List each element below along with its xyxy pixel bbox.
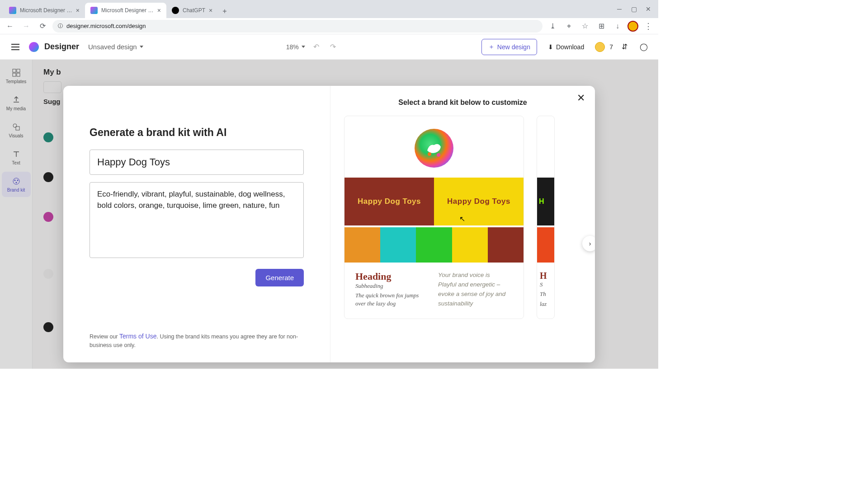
bookmark-icon[interactable]: ☆ (579, 20, 591, 33)
undo-button[interactable]: ↶ (311, 42, 322, 51)
new-design-button[interactable]: ＋ New design (481, 39, 537, 55)
palette-swatch[interactable] (380, 227, 416, 263)
translate-icon[interactable]: ⌖ (562, 20, 575, 33)
url-text: designer.microsoft.com/design (66, 23, 146, 29)
kit-body-sample: The quick brown fox jumps over the lazy … (355, 291, 430, 308)
profile-avatar[interactable] (627, 21, 638, 32)
close-window-icon[interactable]: ✕ (642, 5, 655, 14)
brand-voice-block: Your brand voice is Playful and energeti… (438, 271, 513, 309)
tab-title: ChatGPT (183, 7, 205, 14)
svg-point-11 (437, 153, 440, 157)
brand-kit-modal: ✕ Generate a brand kit with AI Eco-frien… (63, 86, 595, 362)
browser-tab[interactable]: ChatGPT × (166, 3, 218, 18)
brand-kit-card[interactable]: Happy Dog Toys Happy Dog Toys (344, 116, 524, 319)
address-bar[interactable]: ⓘ designer.microsoft.com/design (52, 20, 542, 33)
minimize-icon[interactable]: ─ (613, 5, 626, 14)
share-icon[interactable]: ⇵ (618, 40, 632, 54)
credits-count: 7 (609, 43, 613, 51)
terms-text: Review our Terms of Use. Using the brand… (90, 332, 304, 350)
site-info-icon[interactable]: ⓘ (58, 23, 63, 29)
palette-swatch[interactable] (452, 227, 488, 263)
tab-favicon (90, 7, 98, 14)
back-icon[interactable]: ← (4, 20, 16, 33)
design-name-dropdown[interactable]: Unsaved design (88, 43, 143, 51)
brand-logo (415, 129, 453, 168)
tab-title: Microsoft Designer - Stunning (20, 7, 72, 14)
close-icon[interactable]: × (157, 7, 161, 14)
install-icon[interactable]: ⤓ (546, 20, 559, 33)
account-icon[interactable]: ◯ (637, 40, 651, 54)
palette-peek (537, 227, 554, 263)
next-kit-button[interactable]: › (582, 236, 595, 251)
browser-tab-active[interactable]: Microsoft Designer - Stunning × (85, 3, 166, 18)
tab-favicon (172, 7, 179, 14)
forward-icon: → (20, 20, 33, 33)
palette-swatch[interactable] (344, 227, 380, 263)
designer-logo-icon (29, 42, 39, 52)
brand-tile-light: Happy Dog Toys (434, 178, 524, 225)
menu-icon[interactable]: ⋮ (642, 20, 655, 33)
terms-link[interactable]: Terms of Use (119, 333, 156, 340)
credits-badge[interactable] (595, 42, 605, 52)
svg-point-10 (428, 152, 431, 156)
app-name: Designer (44, 42, 79, 52)
chevron-down-icon (140, 46, 143, 48)
right-heading: Select a brand kit below to customize (344, 99, 581, 107)
close-icon[interactable]: × (209, 7, 212, 14)
menu-button[interactable] (7, 39, 24, 55)
brand-tile-dark: Happy Dog Toys (344, 178, 434, 225)
generate-button[interactable]: Generate (255, 269, 304, 286)
new-tab-button[interactable]: + (218, 5, 231, 18)
color-palette (344, 227, 524, 263)
brand-tile-peek: H (537, 178, 554, 225)
modal-heading: Generate a brand kit with AI (90, 127, 304, 139)
brand-description-input[interactable]: Eco-friendly, vibrant, playful, sustaina… (90, 182, 304, 258)
brand-kit-card-next[interactable]: H H S Th laz (537, 116, 555, 319)
redo-button[interactable]: ↷ (327, 42, 339, 51)
tab-favicon (9, 7, 16, 14)
downloads-icon[interactable]: ↓ (611, 20, 624, 33)
close-icon[interactable]: × (76, 7, 80, 14)
palette-swatch[interactable] (416, 227, 452, 263)
chevron-down-icon (302, 46, 305, 48)
download-button[interactable]: ⬇ Download (542, 40, 590, 54)
plus-icon: ＋ (488, 43, 495, 51)
modal-overlay: ✕ Generate a brand kit with AI Eco-frien… (0, 60, 658, 369)
maximize-icon[interactable]: ▢ (627, 5, 640, 14)
kit-subheading-sample: Subheading (355, 282, 430, 290)
kit-heading-sample: Heading (355, 271, 430, 282)
download-icon: ⬇ (548, 43, 553, 51)
extensions-icon[interactable]: ⊞ (595, 20, 608, 33)
browser-tab[interactable]: Microsoft Designer - Stunning × (4, 3, 85, 18)
brand-name-input[interactable] (90, 150, 304, 175)
tab-title: Microsoft Designer - Stunning (101, 7, 154, 14)
close-modal-button[interactable]: ✕ (577, 92, 585, 104)
zoom-dropdown[interactable]: 18% (286, 43, 305, 51)
palette-swatch[interactable] (488, 227, 524, 263)
reload-icon[interactable]: ⟳ (36, 20, 49, 33)
